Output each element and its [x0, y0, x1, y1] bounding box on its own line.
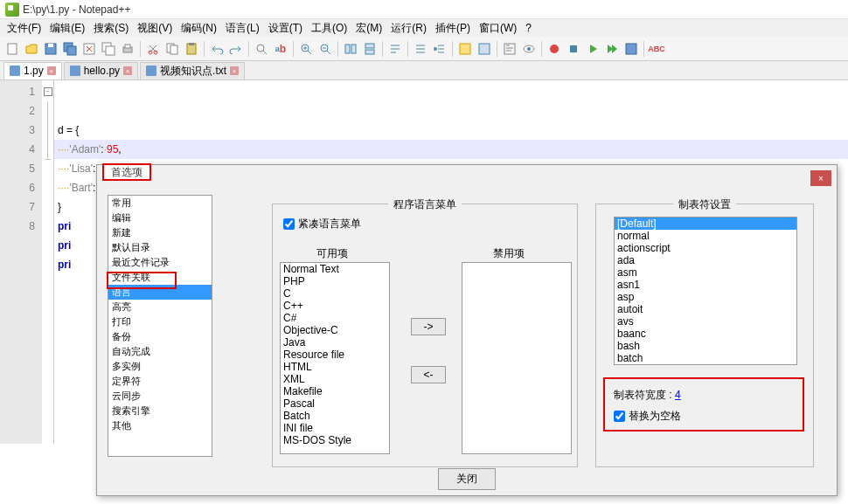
menu-plugins[interactable]: 插件(P)	[432, 19, 474, 38]
dialog-close-button[interactable]: ×	[810, 170, 831, 186]
folder-tree-icon[interactable]	[476, 40, 493, 58]
fold-minus-icon[interactable]: −	[44, 87, 52, 96]
play-icon[interactable]	[584, 40, 601, 58]
tab-close-icon[interactable]: ×	[230, 66, 239, 75]
list-item[interactable]: autoit	[615, 303, 796, 315]
list-item[interactable]: XML	[281, 373, 389, 385]
doc-map-icon[interactable]	[501, 40, 518, 58]
sync-h-icon[interactable]	[361, 40, 379, 58]
disabled-list[interactable]	[462, 262, 572, 454]
replace-spaces-checkbox[interactable]: 替换为空格	[614, 409, 681, 424]
save-icon[interactable]	[42, 40, 59, 58]
list-item[interactable]: [Default]	[615, 217, 796, 230]
monitor-icon[interactable]	[520, 40, 538, 58]
find-icon[interactable]	[253, 40, 270, 58]
menu-macro[interactable]: 宏(M)	[352, 19, 386, 38]
cat-highlight[interactable]: 高亮	[108, 300, 212, 314]
wrap-icon[interactable]	[386, 40, 404, 58]
list-item[interactable]: Objective-C	[281, 324, 389, 336]
list-item[interactable]: Batch	[281, 410, 389, 422]
sync-v-icon[interactable]	[342, 40, 359, 58]
func-list-icon[interactable]	[456, 40, 474, 58]
close-button[interactable]: 关闭	[438, 468, 496, 490]
list-item[interactable]: bash	[615, 340, 796, 352]
menu-language[interactable]: 语言(L)	[222, 19, 263, 38]
list-item[interactable]: ada	[615, 254, 796, 266]
cat-autocomplete[interactable]: 自动完成	[108, 344, 212, 359]
cat-recent[interactable]: 最近文件记录	[108, 255, 212, 270]
play-multi-icon[interactable]	[603, 40, 621, 58]
menu-file[interactable]: 文件(F)	[3, 19, 45, 38]
move-right-button[interactable]: ->	[411, 318, 446, 335]
cat-new[interactable]: 新建	[108, 225, 212, 240]
new-icon[interactable]	[3, 40, 21, 58]
cat-search-engine[interactable]: 搜索引擎	[108, 404, 212, 418]
category-list[interactable]: 常用 编辑 新建 默认目录 最近文件记录 文件关联 语言 高亮 打印 备份 自动…	[108, 195, 212, 457]
list-item[interactable]: PHP	[281, 275, 389, 287]
show-all-icon[interactable]	[412, 40, 429, 58]
save-all-icon[interactable]	[61, 40, 79, 58]
cat-general[interactable]: 常用	[108, 196, 212, 211]
menu-run[interactable]: 运行(R)	[387, 19, 430, 38]
menu-help[interactable]: ?	[522, 20, 535, 36]
spellcheck-icon[interactable]: ABC	[648, 40, 665, 58]
list-item[interactable]: Normal Text	[281, 263, 389, 275]
cat-multi-instance[interactable]: 多实例	[108, 359, 212, 374]
cat-language[interactable]: 语言	[108, 285, 212, 300]
record-icon[interactable]	[546, 40, 563, 58]
list-item[interactable]: Makefile	[281, 385, 389, 397]
move-left-button[interactable]: <-	[411, 366, 446, 383]
stop-icon[interactable]	[565, 40, 582, 58]
compact-checkbox[interactable]: 紧凑语言菜单	[283, 217, 570, 231]
close-all-icon[interactable]	[100, 40, 117, 58]
tab-lang-list[interactable]: [Default] normal actionscript ada asm as…	[614, 217, 797, 365]
list-item[interactable]: batch	[615, 352, 796, 364]
list-item[interactable]: avs	[615, 315, 796, 328]
list-item[interactable]: Pascal	[281, 397, 389, 410]
undo-icon[interactable]	[208, 40, 226, 58]
menu-edit[interactable]: 编辑(E)	[46, 19, 88, 38]
fold-column[interactable]: −	[42, 80, 54, 444]
list-item[interactable]: asm	[615, 266, 796, 279]
list-item[interactable]: INI file	[281, 422, 389, 434]
list-item[interactable]: Java	[281, 336, 389, 349]
list-item[interactable]: asp	[615, 291, 796, 303]
indent-icon[interactable]	[431, 40, 448, 58]
redo-icon[interactable]	[227, 40, 245, 58]
list-item[interactable]: HTML	[281, 361, 389, 373]
copy-icon[interactable]	[163, 40, 181, 58]
replace-icon[interactable]: ab	[272, 40, 289, 58]
menu-window[interactable]: 窗口(W)	[476, 19, 520, 38]
list-item[interactable]: Resource file	[281, 349, 389, 361]
menu-tools[interactable]: 工具(O)	[308, 19, 351, 38]
cat-edit[interactable]: 编辑	[108, 211, 212, 225]
list-item[interactable]: C++	[281, 300, 389, 312]
open-icon[interactable]	[23, 40, 40, 58]
cut-icon[interactable]	[144, 40, 162, 58]
tab-3[interactable]: 视频知识点.txt ×	[140, 62, 245, 79]
tab-width-value[interactable]: 4	[675, 389, 681, 401]
list-item[interactable]: normal	[615, 230, 796, 242]
cat-cloud[interactable]: 云同步	[108, 389, 212, 404]
tab-1[interactable]: 1.py ×	[3, 62, 62, 79]
tab-2[interactable]: hello.py ×	[64, 62, 138, 79]
cat-backup[interactable]: 备份	[108, 329, 212, 344]
zoom-out-icon[interactable]	[316, 40, 334, 58]
list-item[interactable]: baanc	[615, 328, 796, 340]
list-item[interactable]: C	[281, 287, 389, 300]
cat-delimiter[interactable]: 定界符	[108, 374, 212, 389]
menu-settings[interactable]: 设置(T)	[265, 19, 306, 38]
list-item[interactable]: actionscript	[615, 242, 796, 254]
list-item[interactable]: C#	[281, 312, 389, 324]
menu-search[interactable]: 搜索(S)	[90, 19, 132, 38]
cat-misc[interactable]: 其他	[108, 418, 212, 433]
cat-default-dir[interactable]: 默认目录	[108, 240, 212, 255]
save-macro-icon[interactable]	[622, 40, 640, 58]
close-icon[interactable]	[80, 40, 98, 58]
list-item[interactable]: asn1	[615, 279, 796, 291]
tab-close-icon[interactable]: ×	[123, 66, 132, 75]
menu-view[interactable]: 视图(V)	[134, 19, 176, 38]
list-item[interactable]: MS-DOS Style	[281, 434, 389, 446]
cat-print[interactable]: 打印	[108, 314, 212, 329]
menu-encoding[interactable]: 编码(N)	[177, 19, 220, 38]
